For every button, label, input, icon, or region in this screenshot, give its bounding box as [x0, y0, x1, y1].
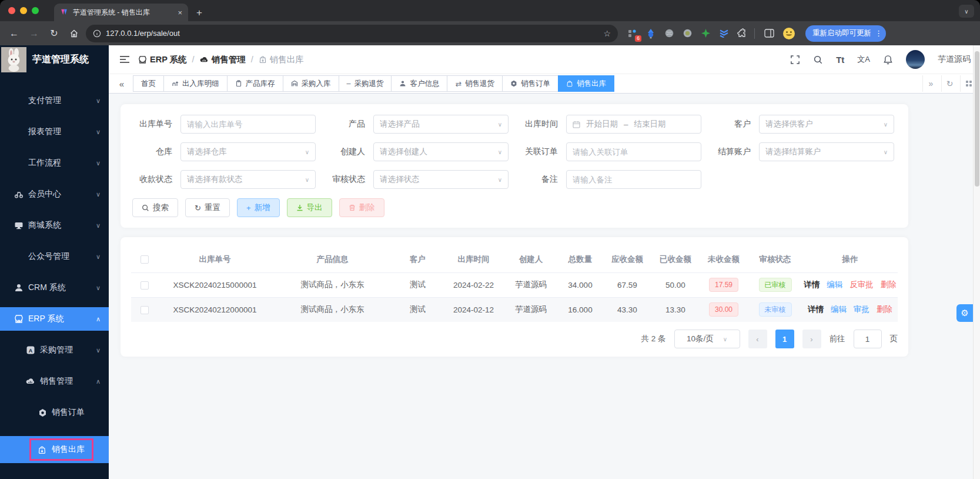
- user-avatar[interactable]: [906, 50, 925, 69]
- browser-menu-icon[interactable]: ⋮: [875, 29, 882, 38]
- tab-close-icon[interactable]: ×: [178, 8, 182, 17]
- back-button[interactable]: ←: [6, 25, 22, 42]
- new-tab-button[interactable]: +: [196, 7, 202, 21]
- tag-home[interactable]: 首页: [133, 75, 164, 92]
- profile-avatar-icon[interactable]: [781, 25, 797, 42]
- sidebar-item-payment[interactable]: 支付管理 ∨: [0, 89, 109, 112]
- window-close-button[interactable]: [8, 7, 15, 14]
- unapprove-link[interactable]: 反审批: [849, 280, 874, 290]
- payment-status-select[interactable]: 请选择有款状态∨: [180, 170, 316, 189]
- sidebar-item-workflow[interactable]: 工作流程 ∨: [0, 151, 109, 175]
- scroll-left-icon[interactable]: «: [115, 79, 129, 89]
- site-info-icon[interactable]: [93, 29, 101, 38]
- search-icon[interactable]: [813, 55, 823, 65]
- bookmark-star-icon[interactable]: ☆: [603, 29, 611, 38]
- extensions-puzzle-icon[interactable]: [735, 27, 748, 40]
- tag-purchase-in[interactable]: 采购入库: [283, 75, 339, 92]
- audit-status-select[interactable]: 请选择状态∨: [373, 170, 509, 189]
- order-no-input-field[interactable]: [573, 148, 695, 157]
- browser-scrollbar[interactable]: [973, 45, 980, 479]
- fullscreen-icon[interactable]: [790, 55, 800, 65]
- font-size-icon[interactable]: Tt: [836, 55, 844, 65]
- sidebar-item-sale-out[interactable]: 销售出库: [0, 436, 109, 463]
- extension-globe-icon[interactable]: [663, 27, 675, 40]
- url-bar[interactable]: 127.0.0.1/erp/sale/out ☆: [86, 25, 618, 42]
- extension-ring-icon[interactable]: [681, 27, 694, 40]
- logo-row[interactable]: 芋道管理系统: [0, 45, 109, 74]
- breadcrumb-erp[interactable]: ERP 系统: [138, 54, 187, 65]
- sidebar-item-purchase[interactable]: A 采购管理 ∨: [0, 338, 109, 362]
- tag-product-stock[interactable]: 产品库存: [227, 75, 283, 92]
- window-zoom-button[interactable]: [32, 7, 39, 14]
- sidebar-item-crm[interactable]: CRM 系统 ∨: [0, 276, 109, 300]
- settings-drawer-button[interactable]: ⚙: [956, 304, 973, 322]
- detail-link[interactable]: 详情: [804, 280, 820, 290]
- delete-link[interactable]: 删除: [881, 280, 897, 290]
- tag-sale-order[interactable]: 销售订单: [502, 75, 558, 92]
- extension-star-icon[interactable]: [699, 27, 712, 40]
- extension-devtools-icon[interactable]: 6: [626, 27, 639, 40]
- next-page-button[interactable]: ›: [802, 330, 821, 348]
- creator-select[interactable]: 请选择创建人∨: [373, 142, 509, 161]
- edit-link[interactable]: 编辑: [831, 304, 847, 315]
- out-no-input-field[interactable]: [187, 120, 309, 129]
- edit-link[interactable]: 编辑: [827, 280, 842, 290]
- extension-lamp-icon[interactable]: [644, 27, 657, 40]
- url-text[interactable]: 127.0.0.1/erp/sale/out: [106, 29, 598, 38]
- delete-button[interactable]: 删除: [339, 198, 384, 217]
- remark-input[interactable]: [566, 170, 701, 189]
- window-controls[interactable]: [8, 7, 39, 14]
- forward-button[interactable]: →: [26, 25, 42, 42]
- reload-button[interactable]: ↻: [46, 25, 62, 42]
- goto-page-input[interactable]: [854, 330, 882, 348]
- add-button[interactable]: + 新增: [237, 198, 280, 217]
- select-all-checkbox[interactable]: [141, 255, 149, 264]
- browser-tab[interactable]: 芋道管理系统 - 销售出库 ×: [54, 4, 188, 21]
- scroll-right-icon[interactable]: »: [922, 75, 939, 92]
- sidebar-item-sales[interactable]: 销售管理 ∧: [0, 370, 109, 393]
- breadcrumb-sales[interactable]: 销售管理: [200, 54, 246, 65]
- delete-link[interactable]: 删除: [877, 304, 892, 315]
- remark-input-field[interactable]: [573, 175, 695, 184]
- refresh-tab-icon[interactable]: ↻: [941, 75, 958, 92]
- page-1-button[interactable]: 1: [775, 330, 794, 348]
- sidebar-item-wechat[interactable]: 公众号管理 ∨: [0, 245, 109, 268]
- sidebar-item-mall[interactable]: 商城系统 ∨: [0, 214, 109, 237]
- product-select[interactable]: 请选择产品∨: [373, 115, 509, 134]
- detail-link[interactable]: 详情: [808, 304, 824, 315]
- window-minimize-button[interactable]: [20, 7, 27, 14]
- sidebar-item-member[interactable]: 会员中心 ∨: [0, 182, 109, 206]
- sidebar-item-erp[interactable]: ERP 系统 ∧: [0, 307, 109, 331]
- out-time-daterange[interactable]: 开始日期 – 结束日期: [566, 115, 701, 134]
- tag-sale-return[interactable]: ⇄ 销售退货: [447, 75, 502, 92]
- tag-sale-out[interactable]: 销售出库: [558, 75, 614, 92]
- username[interactable]: 芋道源码: [938, 54, 971, 65]
- extension-vite-icon[interactable]: [717, 27, 730, 40]
- warehouse-select[interactable]: 请选择仓库∨: [180, 142, 316, 161]
- side-panel-icon[interactable]: [761, 25, 777, 42]
- prev-page-button[interactable]: ‹: [748, 330, 767, 348]
- out-no-input[interactable]: [180, 115, 316, 134]
- scrollbar-thumb[interactable]: [975, 51, 979, 187]
- account-select[interactable]: 请选择结算账户∨: [759, 142, 894, 161]
- collapse-menu-icon[interactable]: [119, 55, 130, 64]
- home-button[interactable]: [66, 25, 82, 42]
- relaunch-update-button[interactable]: 重新启动即可更新 ⋮: [805, 25, 886, 42]
- order-no-input[interactable]: [566, 142, 701, 161]
- search-button[interactable]: 搜索: [132, 198, 178, 217]
- tag-customer-info[interactable]: 客户信息: [391, 75, 447, 92]
- row-checkbox[interactable]: [141, 306, 149, 314]
- customer-select[interactable]: 请选择供客户∨: [759, 115, 894, 134]
- tag-purchase-return[interactable]: – 采购退货: [339, 75, 392, 92]
- reset-button[interactable]: ↻ 重置: [185, 198, 230, 217]
- page-size-select[interactable]: 10条/页 ∨: [674, 330, 740, 348]
- sidebar-item-sale-order[interactable]: 销售订单: [0, 401, 109, 424]
- sidebar-item-report[interactable]: 报表管理 ∨: [0, 120, 109, 144]
- language-icon[interactable]: 文A: [857, 54, 870, 65]
- export-button[interactable]: 导出: [287, 198, 332, 217]
- row-checkbox[interactable]: [141, 281, 149, 290]
- tab-search-button[interactable]: ∨: [959, 5, 974, 18]
- tag-stock-record[interactable]: 出入库明细: [163, 75, 228, 92]
- approve-link[interactable]: 审批: [854, 304, 869, 315]
- notification-bell-icon[interactable]: [883, 55, 893, 65]
